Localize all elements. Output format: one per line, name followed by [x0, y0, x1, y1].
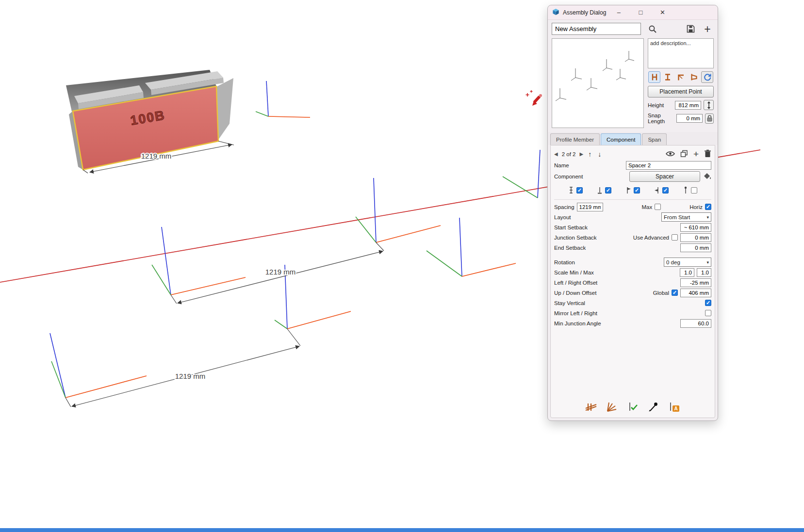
start-setback-input[interactable] [680, 223, 711, 232]
scale-minmax-label: Scale Min / Max [554, 270, 594, 275]
height-input[interactable] [675, 101, 701, 110]
description-input[interactable]: add description... [648, 38, 714, 68]
dimension-middle[interactable]: 1219 mm [171, 242, 384, 304]
start-setback-label: Start Setback [554, 225, 588, 230]
pin-align-icon [683, 186, 689, 195]
scale-min-input[interactable] [680, 268, 694, 277]
save-icon[interactable] [685, 24, 696, 34]
dialog-title: Assembly Dialog [563, 9, 606, 16]
axes-marker[interactable] [356, 178, 441, 242]
rail-profile-icon[interactable] [688, 71, 700, 83]
junction-setback-label: Junction Setback [554, 235, 597, 241]
app-logo-icon [552, 8, 559, 16]
component-name-input[interactable] [626, 161, 711, 170]
profile-shape-toolbar [648, 71, 714, 83]
assembly-preview[interactable] [552, 38, 644, 128]
move-up-icon[interactable]: ↑ [588, 150, 591, 158]
up-down-offset-label: Up / Down Offset [554, 290, 596, 296]
axes-marker[interactable] [152, 227, 246, 295]
mirror-left-right-label: Mirror Left / Right [554, 310, 597, 316]
left-right-offset-input[interactable] [680, 278, 711, 287]
axes-marker[interactable] [256, 81, 310, 117]
bottom-edge-bar [0, 528, 804, 532]
lock-icon[interactable] [705, 113, 714, 124]
chevron-down-icon: ▾ [706, 260, 709, 265]
duplicate-icon[interactable] [680, 150, 688, 159]
component-select-button[interactable]: Spacer [629, 171, 700, 182]
snap-length-label: Snap Length [648, 113, 674, 124]
height-stepper-icon[interactable] [704, 100, 714, 110]
horiz-checkbox[interactable] [705, 204, 711, 210]
trash-icon[interactable] [704, 149, 711, 159]
junction-setback-input[interactable] [680, 233, 711, 242]
prev-component-icon[interactable]: ◀ [554, 151, 558, 157]
end-setback-label: End Setback [554, 245, 586, 251]
spread-align-checkbox[interactable] [576, 187, 583, 193]
mirror-left-right-checkbox[interactable] [705, 310, 711, 316]
horiz-label: Horiz [689, 204, 703, 210]
beam-profile-icon[interactable] [661, 71, 673, 83]
visibility-eye-icon[interactable] [666, 151, 675, 158]
use-advanced-checkbox[interactable] [672, 234, 678, 241]
snap-length-input[interactable] [676, 114, 703, 123]
layout-value: From Start [664, 214, 690, 220]
annotate-badge: A [674, 406, 677, 411]
dimension-label: 1219 mm [265, 268, 296, 276]
layout-dropdown[interactable]: From Start ▾ [661, 212, 711, 222]
eyedropper-tool-icon[interactable] [647, 401, 660, 413]
move-down-icon[interactable]: ↓ [598, 150, 601, 158]
tab-profile-member[interactable]: Profile Member [550, 133, 600, 145]
spacing-input[interactable] [577, 203, 603, 211]
min-junction-angle-label: Min Junction Angle [554, 321, 601, 326]
add-assembly-icon[interactable]: + [702, 24, 713, 34]
axes-marker[interactable] [427, 218, 516, 276]
axes-marker[interactable] [50, 333, 147, 398]
next-component-icon[interactable]: ▶ [579, 151, 583, 157]
dialog-titlebar[interactable]: Assembly Dialog – □ ✕ [548, 5, 718, 20]
flag-left-align-checkbox[interactable] [662, 187, 669, 193]
global-checkbox[interactable] [672, 290, 678, 296]
name-label: Name [554, 162, 569, 168]
minimize-button[interactable]: – [609, 6, 628, 19]
assembly-dialog: Assembly Dialog – □ ✕ + [547, 5, 718, 421]
axes-marker[interactable] [503, 150, 540, 198]
up-down-offset-input[interactable] [680, 289, 711, 297]
annotate-tool-icon[interactable]: A [668, 401, 681, 413]
search-icon[interactable] [647, 24, 658, 34]
bottom-align-checkbox[interactable] [605, 187, 611, 193]
component-picker-icon[interactable] [703, 172, 711, 181]
validate-tool-icon[interactable] [626, 401, 639, 413]
tab-component[interactable]: Component [601, 133, 641, 145]
stud-profile-icon[interactable] [648, 71, 660, 83]
fan-tool-icon[interactable] [606, 401, 618, 413]
component-panel: ◀ 2 of 2 ▶ ↑ ↓ + [550, 145, 715, 418]
rotation-dropdown[interactable]: 0 deg ▾ [664, 258, 711, 267]
refresh-icon[interactable] [701, 71, 713, 83]
min-junction-angle-input[interactable] [680, 319, 711, 328]
maximize-button[interactable]: □ [631, 6, 650, 19]
stay-vertical-checkbox[interactable] [705, 300, 711, 306]
dimension-lower[interactable]: 1219 mm [66, 329, 300, 407]
dimension-label: 1219 mm [141, 152, 172, 160]
dialog-tabs: Profile Member Component Span [548, 132, 718, 145]
rotation-label: Rotation [554, 259, 575, 265]
fence-tool-icon[interactable] [585, 401, 597, 413]
dimension-label: 1219 mm [175, 372, 206, 380]
tab-span[interactable]: Span [642, 133, 667, 145]
stay-vertical-label: Stay Vertical [554, 300, 585, 306]
corner-profile-icon[interactable] [675, 71, 687, 83]
assembly-name-input[interactable] [552, 23, 641, 35]
end-setback-input[interactable] [680, 243, 711, 252]
preview-axes-sketch [556, 51, 634, 101]
rotation-value: 0 deg [666, 259, 680, 265]
add-component-icon[interactable]: + [693, 149, 699, 159]
bottom-toolbar: A [554, 398, 711, 414]
component-pager: 2 of 2 [562, 151, 576, 157]
max-label: Max [641, 204, 652, 210]
flag-right-align-checkbox[interactable] [634, 187, 640, 193]
placement-point-button[interactable]: Placement Point [648, 86, 714, 97]
close-button[interactable]: ✕ [653, 6, 672, 19]
pin-align-checkbox[interactable] [691, 187, 697, 193]
scale-max-input[interactable] [697, 268, 711, 277]
max-checkbox[interactable] [655, 204, 661, 210]
